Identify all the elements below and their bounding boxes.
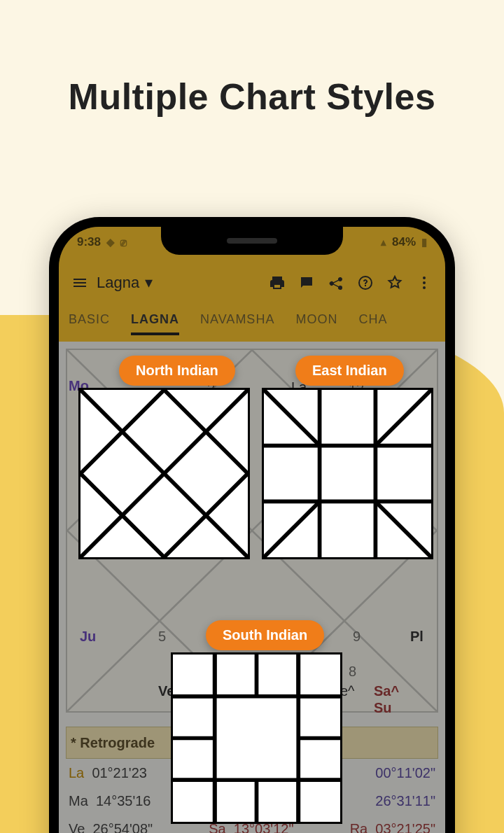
dim-overlay bbox=[59, 227, 445, 833]
phone-notch bbox=[161, 227, 343, 255]
phone-screen: 9:38 ◆ ⎚ ▴ 84% ▮ Lagna bbox=[59, 227, 445, 833]
page-title: Multiple Chart Styles bbox=[0, 76, 504, 118]
phone-mockup: 9:38 ◆ ⎚ ▴ 84% ▮ Lagna bbox=[49, 217, 455, 833]
